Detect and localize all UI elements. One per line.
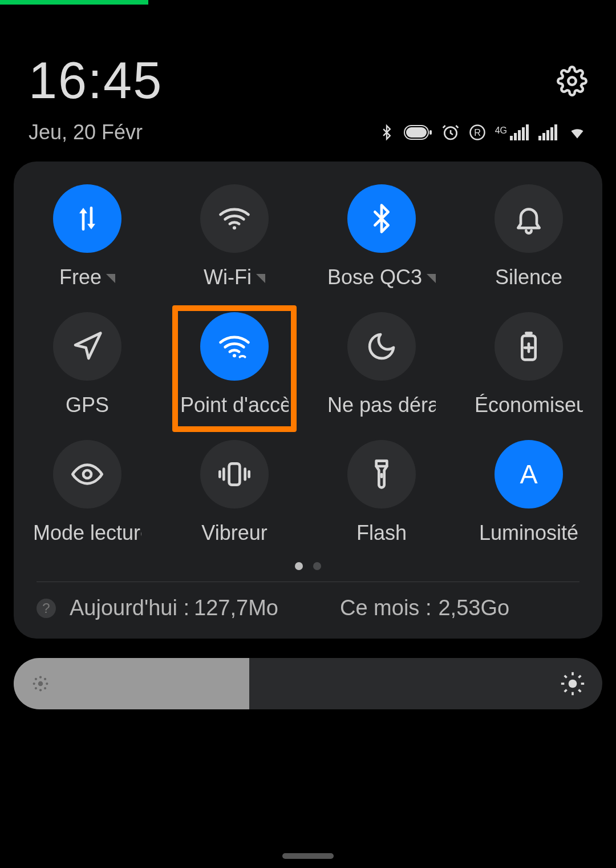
data-arrows-toggle[interactable] [53, 184, 121, 253]
svg-point-37 [35, 678, 37, 680]
tile-label-row: GPS [66, 393, 109, 417]
clock-time: 16:45 [29, 51, 163, 110]
usage-month-value: 2,53Go [438, 596, 509, 620]
svg-point-36 [46, 683, 48, 685]
expand-chevron-icon[interactable] [256, 265, 265, 289]
svg-point-17 [233, 226, 236, 229]
svg-line-44 [565, 676, 567, 678]
svg-rect-14 [546, 130, 549, 140]
svg-line-48 [565, 689, 567, 692]
svg-point-41 [569, 680, 577, 688]
tile-label-row: Luminosité [479, 521, 578, 545]
usage-today-value: 127,7Mo [194, 596, 278, 620]
signal-4g-icon: 4G [495, 124, 529, 140]
tile-label: Vibreur [201, 521, 267, 545]
tile-auto-bright[interactable]: ALuminosité [455, 440, 602, 545]
eye-toggle[interactable] [53, 440, 121, 508]
tile-hotspot[interactable]: Point d'accè [161, 312, 308, 417]
battery-status-icon [404, 125, 432, 140]
subheader: Jeu, 20 Févr R 4G [0, 116, 616, 162]
svg-point-32 [38, 681, 43, 687]
moon-icon [366, 330, 398, 362]
signal-icon [538, 124, 558, 140]
tile-label: Économiseu [475, 393, 583, 417]
hotspot-toggle[interactable] [200, 312, 269, 381]
wifi-toggle[interactable] [200, 184, 269, 253]
bell-icon [513, 203, 545, 235]
page-indicator[interactable] [14, 545, 602, 582]
svg-point-23 [83, 470, 91, 478]
tile-label: Mode lecture [33, 521, 141, 545]
tile-label: Luminosité [479, 521, 578, 545]
tile-label-row: Point d'accè [180, 393, 289, 417]
svg-rect-11 [526, 124, 529, 140]
svg-rect-13 [542, 133, 545, 140]
page-dot-0 [295, 562, 303, 570]
wifi-icon [218, 203, 250, 235]
tile-silence[interactable]: Silence [455, 184, 602, 289]
expand-chevron-icon[interactable] [106, 265, 115, 289]
battery-plus-toggle[interactable] [495, 312, 563, 381]
quick-settings-panel: FreeWi-FiBose QC3SilenceGPSPoint d'accèN… [14, 162, 602, 639]
tile-vibrate[interactable]: Vibreur [161, 440, 308, 545]
brightness-low-icon [31, 674, 50, 693]
data-arrows-icon [71, 203, 103, 235]
brightness-slider[interactable] [14, 658, 602, 709]
tile-battery[interactable]: Économiseu [455, 312, 602, 417]
tile-label-row: Mode lecture [33, 521, 141, 545]
wifi-status-icon [567, 124, 587, 140]
svg-rect-8 [514, 133, 517, 140]
tile-label-row: Wi-Fi [204, 265, 265, 289]
eye-icon [71, 458, 103, 490]
tile-bluetooth[interactable]: Bose QC3 [308, 184, 455, 289]
letter-a-toggle[interactable]: A [495, 440, 563, 508]
tile-mobile-data[interactable]: Free [14, 184, 161, 289]
flashlight-toggle[interactable] [347, 440, 416, 508]
svg-point-18 [233, 354, 236, 357]
top-status-bar [0, 0, 148, 5]
settings-button[interactable] [557, 66, 587, 96]
brightness-high-icon [560, 671, 585, 696]
navigation-toggle[interactable] [53, 312, 121, 381]
svg-text:R: R [474, 127, 481, 138]
tile-wifi[interactable]: Wi-Fi [161, 184, 308, 289]
svg-point-39 [35, 687, 37, 689]
svg-rect-15 [550, 127, 553, 140]
tile-dnd[interactable]: Ne pas déra [308, 312, 455, 417]
bluetooth-status-icon [379, 123, 395, 142]
svg-point-33 [39, 676, 42, 679]
svg-rect-16 [554, 124, 557, 140]
battery-plus-icon [513, 330, 545, 362]
drag-handle[interactable] [282, 853, 334, 859]
usage-month-label: Ce mois : [340, 596, 431, 620]
network-type-label: 4G [495, 126, 507, 136]
tile-label: GPS [66, 393, 109, 417]
tile-label: Free [59, 265, 102, 289]
status-bar-icons: R 4G [379, 123, 587, 142]
moon-toggle[interactable] [347, 312, 416, 381]
tile-gps[interactable]: GPS [14, 312, 161, 417]
vibrate-toggle[interactable] [200, 440, 269, 508]
tile-flash[interactable]: Flash [308, 440, 455, 545]
bell-toggle[interactable] [495, 184, 563, 253]
svg-rect-9 [518, 130, 521, 140]
data-usage-row[interactable]: ? Aujourd'hui : 127,7Mo Ce mois : 2,53Go [14, 582, 602, 639]
svg-point-40 [44, 687, 46, 689]
bluetooth-toggle[interactable] [347, 184, 416, 253]
tiles-grid: FreeWi-FiBose QC3SilenceGPSPoint d'accèN… [14, 184, 602, 545]
page-dot-1 [313, 562, 321, 570]
tile-label: Flash [356, 521, 407, 545]
svg-rect-24 [229, 463, 240, 485]
tile-label-row: Économiseu [475, 393, 583, 417]
header: 16:45 [0, 0, 616, 116]
expand-chevron-icon[interactable] [427, 265, 436, 289]
svg-rect-10 [522, 127, 525, 140]
tile-label: Wi-Fi [204, 265, 252, 289]
tile-reading[interactable]: Mode lecture [14, 440, 161, 545]
svg-point-0 [568, 77, 576, 85]
tile-label-row: Bose QC3 [327, 265, 436, 289]
tile-label: Point d'accè [180, 393, 289, 417]
gear-icon [557, 66, 587, 96]
svg-line-49 [578, 676, 581, 678]
svg-point-34 [39, 689, 42, 691]
